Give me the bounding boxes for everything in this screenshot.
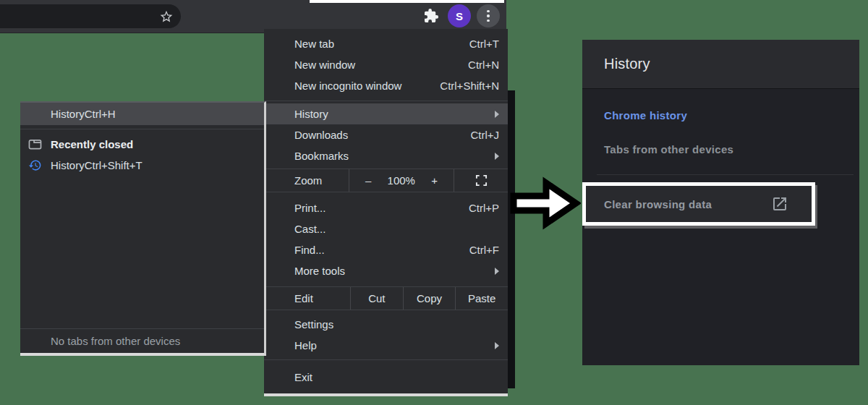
clear-browsing-data-label: Clear browsing data (604, 198, 712, 210)
shortcut-label: Ctrl+H (85, 108, 116, 120)
fullscreen-button[interactable] (454, 169, 508, 192)
menu-item-new-window[interactable]: New window Ctrl+N (264, 54, 508, 75)
menu-item-new-tab[interactable]: New tab Ctrl+T (264, 33, 508, 54)
shortcut-label: Ctrl+P (469, 202, 499, 214)
shortcut-label: Ctrl+F (469, 244, 499, 256)
menu-item-print[interactable]: Print... Ctrl+P (264, 197, 508, 218)
history-panel: History Chrome history Tabs from other d… (582, 40, 859, 365)
no-tabs-message: No tabs from other devices (20, 329, 264, 353)
shortcut-label: Ctrl+T (469, 38, 499, 50)
bookmark-star-icon[interactable] (159, 9, 174, 24)
restore-history-icon (27, 158, 42, 173)
clear-browsing-data-item[interactable]: Clear browsing data (582, 182, 815, 226)
menu-item-new-incognito-window[interactable]: New incognito window Ctrl+Shift+N (264, 75, 508, 96)
annotation-arrow-icon (509, 176, 581, 231)
menu-item-cast[interactable]: Cast... (264, 218, 508, 239)
submenu-arrow-icon (495, 111, 499, 118)
submenu-arrow-icon (495, 342, 499, 349)
window-top-edge (310, 0, 504, 3)
history-panel-header: History (582, 40, 859, 89)
submenu-arrow-icon (495, 153, 499, 160)
zoom-label: Zoom (294, 174, 322, 187)
menu-item-help[interactable]: Help (264, 335, 508, 356)
menu-item-settings[interactable]: Settings (264, 314, 508, 335)
fullscreen-icon (475, 174, 488, 187)
edit-paste-button[interactable]: Paste (456, 287, 508, 310)
menu-edit-row: Edit Cut Copy Paste (264, 287, 508, 310)
address-bar[interactable] (0, 4, 181, 28)
extensions-icon[interactable] (420, 4, 443, 27)
menu-item-history[interactable]: History (264, 103, 508, 124)
menu-item-find[interactable]: Find... Ctrl+F (264, 239, 508, 260)
history-submenu: History Ctrl+H Recently closed History C… (20, 101, 266, 356)
menu-item-bookmarks[interactable]: Bookmarks (264, 145, 508, 166)
external-link-icon (771, 195, 788, 213)
menu-dots-icon (487, 10, 490, 13)
profile-avatar[interactable]: S (448, 4, 471, 27)
browser-menu-button[interactable] (477, 4, 500, 27)
tab-icon (27, 137, 42, 152)
submenu-item-history[interactable]: History Ctrl+H (20, 103, 264, 125)
panel-separator (597, 174, 854, 175)
shortcut-label: Ctrl+J (470, 129, 499, 141)
submenu-arrow-icon (495, 268, 499, 275)
edit-cut-button[interactable]: Cut (351, 287, 403, 310)
menu-item-more-tools[interactable]: More tools (264, 260, 508, 281)
edit-copy-button[interactable]: Copy (404, 287, 456, 310)
shortcut-label: Ctrl+N (468, 59, 499, 71)
profile-initial: S (456, 10, 463, 22)
chrome-main-menu: New tab Ctrl+T New window Ctrl+N New inc… (264, 29, 508, 396)
shortcut-label: Ctrl+Shift+T (85, 159, 142, 171)
page-title: History (604, 56, 650, 72)
edit-label: Edit (294, 292, 313, 304)
submenu-item-history-entry[interactable]: History Ctrl+Shift+T (20, 155, 264, 176)
menu-item-downloads[interactable]: Downloads Ctrl+J (264, 124, 508, 145)
menu-drop-shadow (508, 90, 515, 388)
zoom-level-value: 100% (388, 174, 415, 187)
submenu-item-recently-closed[interactable]: Recently closed (20, 134, 264, 155)
menu-item-exit[interactable]: Exit (264, 367, 508, 388)
zoom-in-button[interactable]: + (431, 174, 438, 187)
tabs-from-other-devices-link[interactable]: Tabs from other devices (604, 143, 859, 155)
shortcut-label: Ctrl+Shift+N (440, 80, 499, 92)
menu-zoom-row: Zoom – 100% + (264, 169, 508, 192)
zoom-out-button[interactable]: – (365, 174, 371, 187)
menu-separator (20, 129, 264, 129)
chrome-history-link[interactable]: Chrome history (604, 109, 859, 122)
